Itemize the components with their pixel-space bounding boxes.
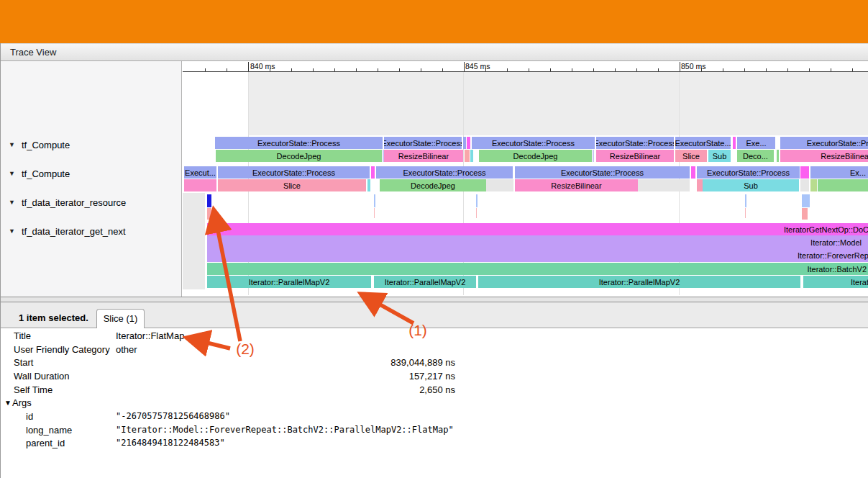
arg-value: "Iterator::Model::ForeverRepeat::BatchV2… [116,425,454,435]
panel-splitter[interactable] [1,297,868,302]
trace-slice[interactable]: DecodeJpeg [216,150,382,162]
trace-slice[interactable] [800,166,809,179]
trace-slice[interactable] [371,166,375,179]
trace-slice[interactable] [697,179,703,191]
args-collapse-triangle-icon[interactable]: ▼ [4,399,12,407]
trace-slice[interactable] [467,137,470,149]
slice-label: ExecutorState::Process [492,139,575,148]
trace-slice[interactable]: Execut... [184,166,216,179]
slice-label: Exe... [746,139,766,148]
major-tick [248,62,249,71]
trace-slice[interactable]: ExecutorState::Process [515,166,690,179]
trace-slice[interactable]: ExecutorState... [675,137,731,149]
trace-slice[interactable] [745,208,746,218]
trace-slice[interactable]: ExecutorState::Process [384,137,462,149]
track-label-row[interactable]: ▼tf_data_iterator_get_next [1,225,181,237]
track-label-row[interactable]: ▼tf_Compute [1,139,181,150]
collapse-triangle-icon[interactable]: ▼ [9,227,22,235]
collapse-triangle-icon[interactable]: ▼ [9,141,22,148]
trace-slice[interactable] [818,179,868,191]
arg-key: long_name [26,425,72,436]
trace-viewer-app: Trace View ▼tf_Compute▼tf_Compute▼tf_dat… [0,0,868,478]
trace-slice[interactable] [733,137,736,149]
trace-slice[interactable] [745,194,746,207]
tab-slice[interactable]: Slice (1) [96,309,145,328]
trace-slice[interactable]: Sub [708,150,731,162]
trace-slice[interactable] [476,194,478,207]
arg-row: long_name"Iterator::Model::ForeverRepeat… [1,425,868,438]
slice-label: Sub [744,181,758,190]
trace-slice[interactable]: Iterator::Model [207,235,868,249]
track-name-label: tf_data_iterator_resource [22,197,126,208]
trace-slice[interactable]: IteratorGetNextOp::DoC [207,223,868,235]
trace-slice[interactable]: ExecutorState::Process [697,166,800,179]
trace-slice[interactable] [802,194,810,207]
trace-slice[interactable]: Iterator::ParallelMapV2 [207,276,371,288]
trace-slice[interactable]: ExecutorState::Process [596,137,674,149]
trace-slice[interactable] [638,179,690,191]
magnifier-icon[interactable] [200,331,211,344]
slice-label: ExecutorState::Process [384,139,462,148]
trace-slice[interactable] [470,150,473,162]
slice-label: Iterator::ParallelMapV2 [599,278,680,287]
trace-slice[interactable]: Slice [218,179,366,191]
track-left-margin [183,193,205,289]
trace-slice[interactable]: Iterator::ForeverRep [207,249,868,262]
collapse-triangle-icon[interactable]: ▼ [9,199,22,206]
trace-slice[interactable]: Iterat [803,276,868,288]
trace-slice[interactable] [476,208,477,218]
slice-label: ExecutorState::Process [257,139,340,148]
detail-value: 839,044,889 ns [116,357,455,368]
time-ruler: 840 ms845 ms850 ms [183,61,868,72]
trace-slice[interactable] [486,179,513,191]
timeline-canvas[interactable]: 840 ms845 ms850 ms ExecutorState::Proces… [183,61,868,297]
trace-slice[interactable]: Deco... [737,150,774,162]
slice-label: Iterator::ForeverRep [798,251,868,260]
trace-slice[interactable] [463,137,466,149]
trace-slice[interactable] [691,166,695,179]
trace-slice[interactable] [207,194,211,207]
trace-slice[interactable]: ExecutorState::Process [472,137,595,149]
trace-slice[interactable] [367,179,370,191]
major-tick [680,62,680,71]
trace-slice[interactable] [810,179,817,191]
trace-slice[interactable] [374,194,375,207]
top-orange-banner [0,0,868,43]
trace-slice[interactable] [802,208,808,220]
trace-slice[interactable] [374,208,375,218]
trace-slice[interactable]: Iterator::BatchV2 [207,263,868,275]
trace-slice[interactable]: Exe... [737,137,775,149]
trace-slice[interactable] [593,150,594,162]
detail-row: User Friendly Categoryother [1,344,868,357]
trace-slice[interactable]: Ex... [810,166,868,179]
analysis-panel: 1 item selected. Slice (1) TitleIterator… [1,302,868,478]
trace-slice[interactable]: DecodeJpeg [380,179,486,191]
track-label-row[interactable]: ▼tf_Compute [1,168,181,179]
trace-slice[interactable]: ExecutorState::Pr [780,137,868,149]
slice-label: ExecutorState::Pr [807,139,868,148]
trace-slice[interactable]: ResizeBilinear [596,150,674,162]
trace-slice[interactable]: ResizeBilinear [384,150,463,162]
trace-slice[interactable]: Iterator::ParallelMapV2 [478,276,800,288]
trace-slice[interactable]: ResizeBilinea [780,150,868,162]
trace-slice[interactable] [465,150,470,162]
trace-slice[interactable] [777,150,779,162]
track-label-row[interactable]: ▼tf_data_iterator_resource [1,197,181,208]
trace-slice[interactable] [184,179,216,191]
trace-slice[interactable]: Iterator::ParallelMapV2 [374,276,476,288]
trace-slice[interactable]: ExecutorState::Process [376,166,513,179]
trace-slice[interactable]: Slice [675,150,707,162]
slice-label: DecodeJpeg [277,152,321,161]
trace-slice[interactable] [800,179,809,191]
slice-label: Execut... [185,168,216,177]
trace-slice[interactable]: DecodeJpeg [479,150,592,162]
selection-count-label: 1 item selected. [19,308,88,328]
trace-slice[interactable] [207,208,211,220]
trace-slice[interactable]: ExecutorState::Process [218,166,370,179]
trace-slice[interactable]: ExecutorState::Process [215,137,383,149]
slice-label: Iterator::BatchV2 [807,265,867,274]
trace-slice[interactable]: Sub [703,179,799,191]
collapse-triangle-icon[interactable]: ▼ [9,170,22,177]
arg-key: id [26,411,33,422]
trace-slice[interactable]: ResizeBilinear [515,179,638,191]
